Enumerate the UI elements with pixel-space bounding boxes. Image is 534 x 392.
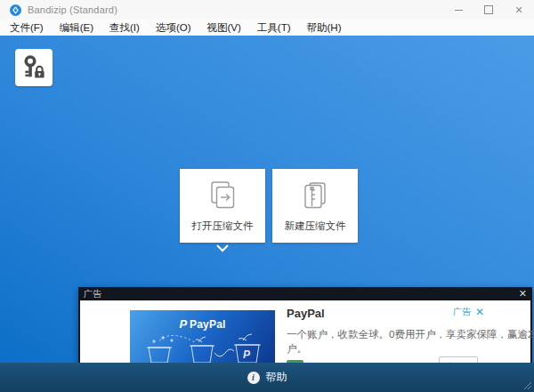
paypal-logo: P PayPal xyxy=(130,317,275,331)
maximize-icon xyxy=(484,5,493,14)
help-button[interactable]: 帮助 xyxy=(266,370,287,385)
maximize-button[interactable] xyxy=(473,0,504,20)
password-manager-button[interactable] xyxy=(15,49,53,86)
ad-popup-close-icon[interactable]: ✕ xyxy=(519,289,527,299)
bandizip-logo-icon xyxy=(10,4,21,16)
menu-tools[interactable]: 工具(T) xyxy=(249,20,299,36)
key-lock-icon xyxy=(20,53,48,82)
paypal-p-icon: P xyxy=(179,317,187,331)
resize-grip-icon[interactable] xyxy=(523,381,532,390)
new-archive-button[interactable]: 新建压缩文件 xyxy=(272,169,358,243)
close-icon: ✕ xyxy=(514,4,522,16)
menu-file[interactable]: 文件(F) xyxy=(2,20,52,36)
menu-help[interactable]: 帮助(H) xyxy=(299,20,350,36)
window-title: Bandizip (Standard) xyxy=(28,4,117,15)
main-workspace: 打开压缩文件 新建压缩文件 广告 ✕ P PayPal xyxy=(0,36,534,363)
ad-heading: PayPal xyxy=(287,307,325,320)
info-icon: i xyxy=(247,372,260,384)
ad-description: 一个账户，收款全球。0费用开户，享卖家保障，赢逾2亿用户。 xyxy=(287,327,534,356)
new-archive-label: 新建压缩文件 xyxy=(285,220,346,233)
window-controls: ✕ xyxy=(443,0,534,20)
title-bar: Bandizip (Standard) ✕ xyxy=(0,0,534,20)
ad-corner-close-icon[interactable]: ✕ xyxy=(475,306,484,318)
new-archive-icon xyxy=(297,179,333,212)
ad-corner-controls: 广告 ✕ xyxy=(453,306,484,318)
bandizip-window: { "titlebar": { "title": "Bandizip (Stan… xyxy=(0,0,534,392)
open-archive-button[interactable]: 打开压缩文件 xyxy=(180,169,265,243)
menu-find[interactable]: 查找(I) xyxy=(101,20,148,36)
menu-view[interactable]: 视图(V) xyxy=(199,20,249,36)
chevron-down-icon[interactable] xyxy=(214,244,231,252)
open-archive-label: 打开压缩文件 xyxy=(192,220,254,233)
status-bar: i 帮助 xyxy=(0,363,534,392)
menu-bar: 文件(F) 编辑(E) 查找(I) 选项(O) 视图(V) 工具(T) 帮助(H… xyxy=(0,20,534,36)
menu-options[interactable]: 选项(O) xyxy=(148,20,199,36)
ad-popup-titlebar: 广告 ✕ xyxy=(78,287,532,300)
close-button[interactable]: ✕ xyxy=(504,0,534,20)
ad-popup-title: 广告 xyxy=(84,288,101,300)
bucket-illustration: P xyxy=(136,333,270,365)
open-archive-icon xyxy=(205,179,240,212)
ad-corner-label[interactable]: 广告 xyxy=(453,306,471,318)
minimize-button[interactable] xyxy=(443,0,473,20)
minimize-icon xyxy=(455,10,463,11)
menu-edit[interactable]: 编辑(E) xyxy=(52,20,101,36)
svg-text:P: P xyxy=(243,348,251,361)
